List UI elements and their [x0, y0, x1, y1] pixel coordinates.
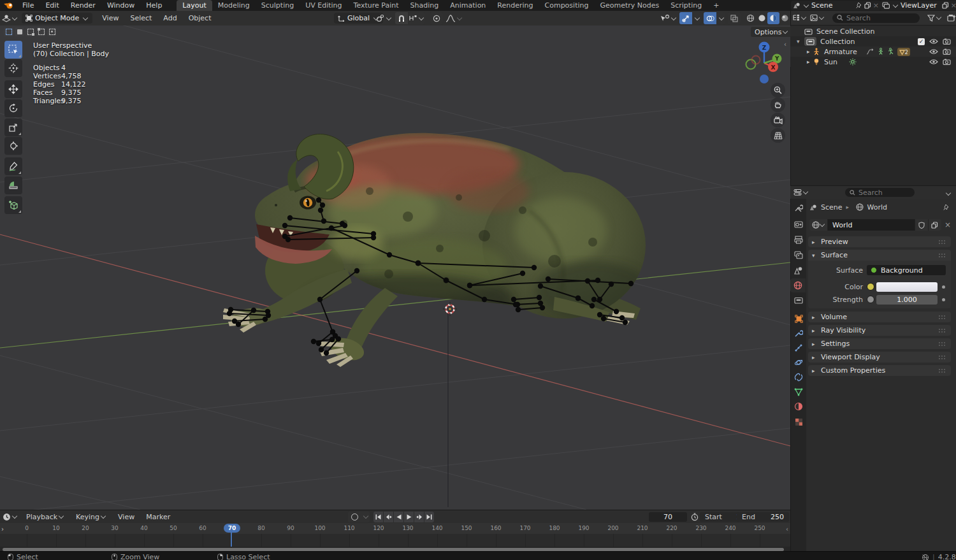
outliner-row-sun[interactable]: ▸ Sun: [790, 57, 956, 67]
outliner-row-collection[interactable]: ▾ Collection ✓: [790, 36, 956, 47]
cursor-tool[interactable]: [4, 59, 22, 77]
shading-solid-button[interactable]: [756, 12, 767, 24]
menu-object[interactable]: Object: [183, 14, 217, 22]
tab-modifiers[interactable]: [793, 328, 804, 338]
hide-eye-icon[interactable]: [929, 38, 938, 45]
annotate-tool[interactable]: [4, 157, 22, 175]
breadcrumb-world[interactable]: World: [867, 203, 888, 212]
viewlayer-name[interactable]: ViewLayer: [901, 1, 940, 10]
panel-preview[interactable]: ▸Preview: [808, 236, 951, 247]
move-tool[interactable]: [4, 80, 22, 98]
select-extend-button[interactable]: [25, 27, 35, 36]
disable-render-camera-icon[interactable]: [943, 38, 951, 45]
properties-menu-chevron[interactable]: [946, 190, 951, 196]
tab-constraints[interactable]: [793, 372, 804, 382]
world-browse-button[interactable]: [809, 219, 828, 231]
select-box-tool[interactable]: [4, 41, 22, 59]
gizmos-dropdown[interactable]: [692, 12, 701, 24]
panel-grip-icon[interactable]: [938, 328, 947, 333]
panel-ray-visibility[interactable]: ▸Ray Visibility: [808, 325, 951, 336]
outliner-filter-button[interactable]: [927, 15, 942, 22]
workspace-tab-geometry-nodes[interactable]: Geometry Nodes: [594, 0, 665, 11]
panel-custom-properties[interactable]: ▸Custom Properties: [808, 365, 951, 376]
workspace-tab-uv-editing[interactable]: UV Editing: [300, 0, 347, 11]
use-preview-range-button[interactable]: [691, 513, 699, 521]
timeline-editor-type-button[interactable]: [0, 513, 20, 521]
select-intersect-button[interactable]: [47, 27, 57, 36]
menu-edit[interactable]: Edit: [40, 1, 64, 10]
world-name-field[interactable]: World: [828, 219, 915, 231]
remove-icon[interactable]: ×: [951, 1, 956, 10]
outliner-row-scene-collection[interactable]: Scene Collection: [790, 26, 956, 36]
tab-output[interactable]: [793, 234, 804, 245]
panel-grip-icon[interactable]: [938, 368, 947, 373]
show-object-types-button[interactable]: [660, 14, 677, 22]
add-cube-tool[interactable]: [4, 196, 22, 214]
snap-target-button[interactable]: [376, 14, 392, 22]
tab-collection[interactable]: [793, 295, 804, 305]
tab-particles[interactable]: [793, 343, 804, 353]
end-frame-field[interactable]: End250: [737, 512, 789, 522]
gizmo-z-label[interactable]: Z: [762, 45, 767, 51]
new-world-button[interactable]: [928, 219, 941, 231]
proportional-falloff-button[interactable]: [445, 14, 463, 22]
shading-wireframe-button[interactable]: [744, 12, 756, 24]
strength-slider[interactable]: 1.000: [876, 295, 938, 305]
disable-render-camera-icon[interactable]: [943, 59, 951, 65]
expand-icon[interactable]: ▸: [807, 59, 813, 65]
shading-material-button[interactable]: [767, 12, 779, 24]
gizmos-toggle[interactable]: [679, 12, 692, 24]
tab-object-data[interactable]: [793, 387, 804, 397]
rotate-tool[interactable]: [4, 99, 22, 117]
timeline-track-area[interactable]: [0, 534, 790, 547]
camera-view-button[interactable]: [771, 113, 785, 127]
playhead-label[interactable]: 70: [224, 524, 240, 533]
panel-volume[interactable]: ▸Volume: [808, 312, 951, 322]
options-button[interactable]: Options: [751, 27, 790, 37]
strength-input-socket[interactable]: [867, 296, 874, 303]
creature-model[interactable]: [0, 133, 650, 367]
tab-world-active[interactable]: [790, 278, 806, 292]
pin-icon[interactable]: [856, 2, 862, 9]
copy-icon[interactable]: [942, 2, 949, 9]
workspace-tab-shading[interactable]: Shading: [405, 0, 445, 11]
tab-object[interactable]: [793, 313, 804, 324]
viewport-canvas[interactable]: [0, 25, 790, 510]
new-collection-button[interactable]: [947, 14, 956, 22]
breadcrumb-scene[interactable]: Scene: [821, 203, 843, 212]
scale-tool[interactable]: [4, 118, 22, 136]
tab-texture[interactable]: [793, 417, 804, 427]
menu-help[interactable]: Help: [140, 1, 168, 10]
color-input-socket[interactable]: [867, 283, 874, 291]
gizmo-y-label[interactable]: Y: [774, 55, 779, 62]
panel-surface-header[interactable]: ▾Surface: [808, 250, 951, 261]
tab-physics[interactable]: [793, 357, 804, 368]
menu-render[interactable]: Render: [65, 1, 101, 10]
jump-to-end-button[interactable]: [424, 512, 434, 522]
outliner-editor-button[interactable]: [791, 14, 809, 22]
surface-shader-button[interactable]: Background: [867, 265, 946, 275]
editor-type-button[interactable]: [0, 14, 19, 22]
proportional-editing-toggle[interactable]: [430, 12, 443, 24]
select-subtract-button[interactable]: [36, 27, 46, 36]
menu-marker[interactable]: Marker: [140, 513, 176, 521]
collection-checkbox[interactable]: ✓: [918, 38, 925, 45]
hide-eye-icon[interactable]: [929, 59, 938, 65]
tab-view-layer[interactable]: [793, 250, 804, 260]
workspace-tab-modeling[interactable]: Modeling: [212, 0, 256, 11]
pin-icon[interactable]: [943, 204, 950, 211]
navigation-gizmo[interactable]: Z Y X: [743, 39, 785, 85]
outliner-row-armature[interactable]: ▸ Armature 2: [790, 47, 956, 57]
jump-to-start-button[interactable]: [373, 512, 383, 522]
panel-grip-icon[interactable]: [938, 341, 947, 347]
next-keyframe-button[interactable]: [414, 512, 424, 522]
panel-grip-icon[interactable]: [938, 240, 947, 245]
playhead-line[interactable]: [231, 531, 232, 547]
panel-viewport-display[interactable]: ▸Viewport Display: [808, 352, 951, 363]
timeline-ruler[interactable]: 0102030405060708090100110120130140150160…: [0, 523, 790, 535]
scene-name[interactable]: Scene: [811, 1, 854, 10]
disable-render-camera-icon[interactable]: [943, 48, 951, 55]
pan-view-button[interactable]: [771, 97, 785, 112]
menu-add[interactable]: Add: [157, 14, 182, 22]
workspace-tab-compositing[interactable]: Compositing: [539, 0, 595, 11]
